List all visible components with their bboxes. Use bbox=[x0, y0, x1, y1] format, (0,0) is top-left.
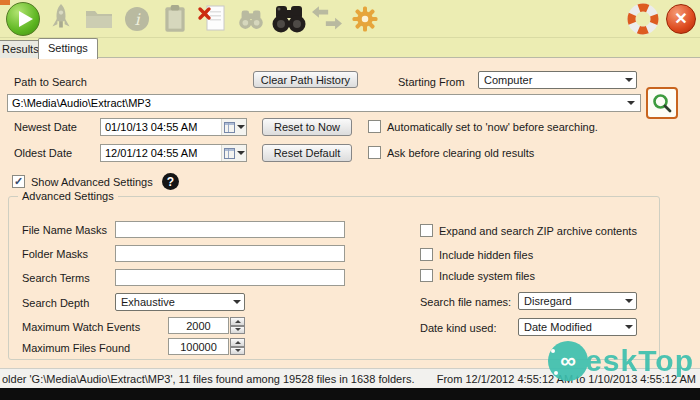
system-files-label: Include system files bbox=[439, 270, 535, 282]
max-watch-events-label: Maximum Watch Events bbox=[22, 321, 140, 333]
search-terms-field[interactable] bbox=[115, 269, 345, 286]
status-left-text: older 'G:\Media\Audio\Extract\MP3', 11 f… bbox=[2, 373, 414, 385]
oldest-date-field[interactable] bbox=[100, 144, 247, 162]
checkbox-box[interactable] bbox=[368, 120, 381, 133]
path-input[interactable] bbox=[12, 97, 622, 109]
gear-icon bbox=[350, 4, 380, 34]
system-files-checkbox[interactable]: Include system files bbox=[420, 269, 535, 282]
window-corner-accent bbox=[0, 0, 10, 5]
life-ring-icon bbox=[627, 3, 659, 35]
starting-from-label: Starting From bbox=[398, 76, 465, 88]
play-icon bbox=[6, 2, 40, 36]
oldest-date-label: Oldest Date bbox=[14, 147, 72, 159]
search-file-names-value: Disregard bbox=[524, 295, 572, 307]
ask-clear-label: Ask before clearing old results bbox=[387, 147, 534, 159]
file-name-masks-input[interactable] bbox=[120, 224, 344, 236]
date-kind-used-select[interactable]: Date Modified bbox=[518, 318, 637, 336]
clear-results-icon bbox=[197, 3, 229, 35]
clear-path-history-button[interactable]: Clear Path History bbox=[253, 71, 358, 88]
search-depth-value: Exhaustive bbox=[121, 296, 175, 308]
close-icon: ✕ bbox=[666, 4, 696, 34]
zip-checkbox[interactable]: Expand and search ZIP archive contents bbox=[420, 224, 637, 237]
tab-settings[interactable]: Settings bbox=[38, 38, 98, 59]
hidden-files-checkbox[interactable]: Include hidden files bbox=[420, 248, 533, 261]
max-watch-events-stepper[interactable]: 2000 bbox=[168, 317, 245, 334]
auto-now-checkbox[interactable]: Automatically set to 'now' before search… bbox=[368, 120, 598, 133]
clipboard-icon bbox=[162, 4, 188, 34]
tab-bar: Results Settings bbox=[0, 38, 700, 58]
spin-up-icon[interactable] bbox=[230, 317, 245, 326]
starting-from-select[interactable]: Computer bbox=[478, 71, 637, 89]
chevron-down-icon bbox=[621, 319, 636, 335]
spin-up-icon[interactable] bbox=[230, 338, 245, 347]
newest-date-input[interactable] bbox=[105, 121, 221, 133]
rocket-icon bbox=[48, 3, 74, 35]
help-question-icon[interactable]: ? bbox=[162, 173, 179, 190]
search-terms-input[interactable] bbox=[120, 272, 344, 284]
app-window: i bbox=[0, 0, 700, 400]
newest-date-label: Newest Date bbox=[14, 121, 77, 133]
spin-down-icon[interactable] bbox=[230, 347, 245, 356]
max-files-found-stepper[interactable]: 100000 bbox=[168, 338, 245, 355]
clear-results-button[interactable] bbox=[194, 1, 232, 37]
max-watch-events-value[interactable]: 2000 bbox=[168, 317, 229, 334]
path-combobox[interactable] bbox=[7, 94, 641, 112]
folder-icon bbox=[84, 6, 114, 32]
spin-down-icon[interactable] bbox=[230, 326, 245, 335]
info-button: i bbox=[118, 1, 156, 37]
search-file-names-select[interactable]: Disregard bbox=[518, 292, 637, 310]
path-to-search-label: Path to Search bbox=[14, 76, 87, 88]
zip-label: Expand and search ZIP archive contents bbox=[439, 225, 637, 237]
search-button-toolbar[interactable] bbox=[270, 1, 308, 37]
search-go-button[interactable] bbox=[646, 87, 678, 119]
auto-now-label: Automatically set to 'now' before search… bbox=[387, 121, 598, 133]
toolbar: i bbox=[0, 0, 700, 38]
hidden-files-label: Include hidden files bbox=[439, 249, 533, 261]
reset-default-button[interactable]: Reset Default bbox=[262, 144, 352, 162]
rocket-button bbox=[42, 1, 80, 37]
binoculars-small-icon bbox=[235, 7, 267, 31]
checkbox-box[interactable] bbox=[420, 224, 433, 237]
calendar-dropdown-icon[interactable] bbox=[221, 145, 246, 161]
starting-from-value: Computer bbox=[484, 74, 532, 86]
checkbox-box[interactable] bbox=[420, 248, 433, 261]
watermark-text: eskTop bbox=[585, 344, 694, 378]
max-files-found-value[interactable]: 100000 bbox=[168, 338, 229, 355]
search-depth-label: Search Depth bbox=[22, 297, 89, 309]
checkbox-box[interactable] bbox=[368, 146, 381, 159]
folder-masks-field[interactable] bbox=[115, 245, 345, 262]
open-folder-button bbox=[80, 1, 118, 37]
search-preview-button bbox=[232, 1, 270, 37]
chevron-down-icon bbox=[621, 72, 636, 88]
calendar-dropdown-icon[interactable] bbox=[221, 119, 246, 135]
info-icon: i bbox=[123, 5, 151, 33]
checkbox-box[interactable] bbox=[420, 269, 433, 282]
options-button[interactable] bbox=[346, 1, 384, 37]
run-search-button[interactable] bbox=[4, 1, 42, 37]
ask-clear-checkbox[interactable]: Ask before clearing old results bbox=[368, 146, 534, 159]
search-file-names-label: Search file names: bbox=[420, 296, 511, 308]
reset-to-now-button[interactable]: Reset to Now bbox=[262, 118, 352, 136]
checkbox-box[interactable] bbox=[12, 175, 25, 188]
chevron-down-icon bbox=[621, 293, 636, 309]
file-name-masks-label: File Name Masks bbox=[22, 224, 107, 236]
search-depth-select[interactable]: Exhaustive bbox=[115, 293, 245, 311]
desktop-watermark: ∞ eskTop bbox=[548, 341, 694, 381]
max-files-found-label: Maximum Files Found bbox=[22, 342, 130, 354]
date-kind-used-value: Date Modified bbox=[524, 321, 592, 333]
oldest-date-input[interactable] bbox=[105, 147, 221, 159]
transfer-arrows-icon bbox=[312, 6, 342, 32]
desktop-logo-icon: ∞ bbox=[548, 341, 588, 381]
binoculars-icon bbox=[269, 4, 309, 34]
help-button[interactable] bbox=[624, 1, 662, 37]
file-name-masks-field[interactable] bbox=[115, 221, 345, 238]
exit-button[interactable]: ✕ bbox=[662, 1, 700, 37]
chevron-down-icon[interactable] bbox=[622, 95, 640, 111]
search-terms-label: Search Terms bbox=[22, 272, 90, 284]
newest-date-field[interactable] bbox=[100, 118, 247, 136]
show-advanced-checkbox[interactable]: Show Advanced Settings bbox=[12, 175, 153, 188]
transfer-button bbox=[308, 1, 346, 37]
folder-masks-input[interactable] bbox=[120, 248, 344, 260]
show-advanced-label: Show Advanced Settings bbox=[31, 176, 153, 188]
chevron-down-icon bbox=[229, 294, 244, 310]
